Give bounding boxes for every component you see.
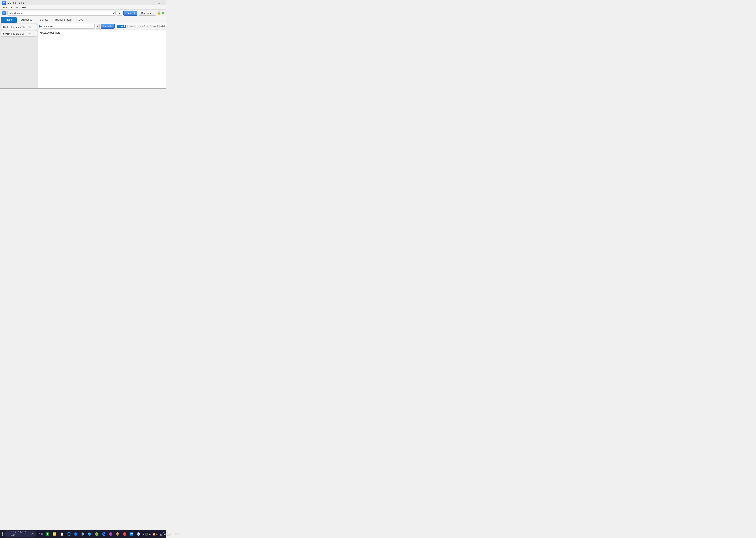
publish-button[interactable]: Publish	[101, 24, 115, 28]
qos0-badge[interactable]: Qos 0	[117, 25, 126, 28]
retained-badge[interactable]: Retained	[147, 25, 160, 28]
title-bar: M MQTTfx - 1.4.2 – □ ✕	[0, 0, 166, 5]
message-area[interactable]: HALLO test/mqtt!!	[38, 30, 166, 88]
tab-log[interactable]: Log	[76, 17, 87, 23]
delete-fountain-off-button[interactable]: ✕	[32, 32, 35, 35]
speaker-button[interactable]: ◀◀	[160, 25, 165, 28]
connection-bar: mqtt-broker ↻ Connect Disconnect 🔒	[0, 10, 166, 17]
qos1-badge[interactable]: Qos 1	[127, 25, 136, 28]
sidebar-item-fountain-on-label: Switch Fountain ON	[3, 26, 25, 28]
menu-file[interactable]: File	[1, 6, 9, 9]
tab-publish[interactable]: Publish	[1, 17, 17, 23]
connection-status: 🔒	[157, 11, 165, 15]
connect-button[interactable]: Connect	[123, 11, 137, 16]
edit-fountain-on-button[interactable]: ✎	[28, 26, 31, 29]
menu-help[interactable]: Help	[20, 6, 29, 9]
title-bar-title: M MQTTfx - 1.4.2	[2, 1, 24, 5]
disconnect-button[interactable]: Disconnect	[139, 11, 156, 16]
menu-extras[interactable]: Extras	[9, 6, 20, 9]
main-content: Switch Fountain ON ✎ ✕ Switch Fountain O…	[0, 23, 166, 88]
message-content: HALLO test/mqtt!!	[40, 31, 61, 34]
status-indicator	[162, 12, 165, 14]
tab-bar: Publish Subscribe Scripts Broker Status …	[0, 17, 166, 23]
sidebar-item-fountain-on[interactable]: Switch Fountain ON ✎ ✕	[1, 24, 37, 30]
broker-icon	[2, 11, 6, 15]
topic-dropdown-button[interactable]: ▼	[96, 24, 100, 28]
app-icon: M	[2, 1, 6, 5]
sidebar-item-1-actions: ✎ ✕	[28, 26, 35, 29]
sidebar-item-fountain-off[interactable]: Switch Fountain OFF ✎ ✕	[1, 31, 37, 37]
tab-scripts[interactable]: Scripts	[36, 17, 52, 23]
maximize-button[interactable]: □	[157, 1, 160, 4]
publish-panel: ▶ ▼ Publish Qos 0 Qos 1 Qos 2 Retained ◀…	[38, 23, 166, 88]
title-bar-controls: – □ ✕	[153, 1, 165, 4]
sidebar: Switch Fountain ON ✎ ✕ Switch Fountain O…	[0, 23, 38, 88]
topic-input[interactable]	[42, 24, 95, 28]
qos-options: Qos 0 Qos 1 Qos 2 Retained	[117, 25, 160, 28]
lock-icon: 🔒	[157, 11, 161, 15]
topic-bar: ▶ ▼ Publish Qos 0 Qos 1 Qos 2 Retained ◀…	[38, 23, 166, 30]
refresh-button[interactable]: ↻	[117, 11, 122, 16]
svg-point-1	[4, 13, 5, 14]
edit-fountain-off-button[interactable]: ✎	[28, 32, 31, 35]
qos2-badge[interactable]: Qos 2	[137, 25, 146, 28]
app-window: M MQTTfx - 1.4.2 – □ ✕ File Extras Help …	[0, 0, 167, 89]
tab-subscribe[interactable]: Subscribe	[17, 17, 36, 23]
sidebar-item-2-actions: ✎ ✕	[28, 32, 35, 35]
delete-fountain-on-button[interactable]: ✕	[32, 26, 35, 29]
speaker-icon: ◀◀	[160, 25, 165, 28]
close-button[interactable]: ✕	[161, 1, 165, 4]
tab-broker-status[interactable]: Broker Status	[52, 17, 75, 23]
menu-bar: File Extras Help	[0, 5, 166, 10]
broker-dropdown[interactable]: mqtt-broker	[7, 11, 116, 16]
topic-arrow-icon: ▶	[39, 25, 42, 28]
minimize-button[interactable]: –	[153, 1, 156, 4]
sidebar-item-fountain-off-label: Switch Fountain OFF	[3, 32, 26, 35]
app-title: MQTTfx - 1.4.2	[7, 1, 24, 4]
